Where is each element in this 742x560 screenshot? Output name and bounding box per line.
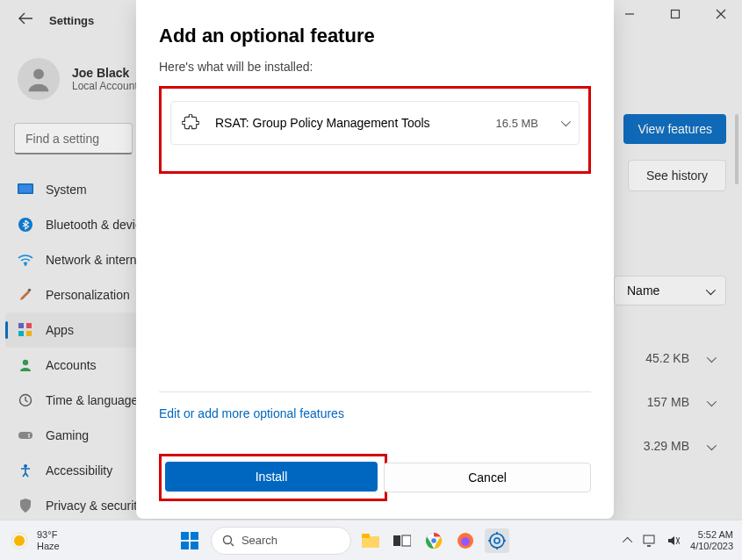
taskbar-search[interactable]: Search	[211, 527, 351, 555]
dialog-title: Add an optional feature	[159, 25, 591, 47]
system-tray[interactable]: 5:52 AM 4/10/2023	[625, 529, 733, 552]
taskbar-date: 4/10/2023	[690, 541, 733, 552]
svg-rect-31	[402, 535, 411, 546]
add-feature-dialog: Add an optional feature Here's what will…	[136, 0, 614, 519]
svg-point-37	[490, 534, 504, 548]
taskbar-search-placeholder: Search	[241, 534, 277, 547]
start-button[interactable]	[176, 527, 204, 555]
weather-condition: Haze	[37, 541, 60, 552]
svg-point-26	[223, 535, 231, 543]
svg-rect-25	[191, 542, 198, 549]
tray-overflow-icon[interactable]	[625, 535, 632, 547]
taskbar-settings-icon[interactable]	[485, 528, 509, 553]
svg-rect-22	[181, 532, 189, 540]
taskbar-taskview-icon[interactable]	[390, 528, 414, 553]
install-button[interactable]: Install	[165, 462, 378, 492]
taskbar-clock[interactable]: 5:52 AM 4/10/2023	[690, 529, 733, 552]
weather-widget[interactable]: 93°F Haze	[9, 529, 60, 552]
svg-point-34	[430, 537, 436, 543]
chevron-down-icon[interactable]	[561, 117, 568, 129]
feature-row[interactable]: RSAT: Group Policy Management Tools 16.5…	[170, 101, 580, 145]
search-icon	[222, 535, 234, 547]
feature-size: 16.5 MB	[496, 117, 538, 130]
taskbar: 93°F Haze Search 5:52 AM 4/10/2023	[0, 520, 742, 560]
taskbar-explorer-icon[interactable]	[358, 528, 383, 553]
network-tray-icon[interactable]	[643, 535, 657, 547]
volume-tray-icon[interactable]	[667, 535, 680, 547]
svg-rect-43	[644, 535, 654, 543]
dialog-subtitle: Here's what will be installed:	[159, 60, 591, 74]
weather-icon	[9, 530, 30, 551]
taskbar-time: 5:52 AM	[690, 529, 733, 541]
taskbar-firefox-icon[interactable]	[453, 528, 478, 553]
svg-point-20	[14, 535, 25, 546]
annotation-highlight: RSAT: Group Policy Management Tools 16.5…	[159, 86, 591, 174]
svg-point-38	[494, 538, 500, 543]
svg-rect-23	[191, 532, 198, 540]
svg-line-27	[231, 543, 234, 546]
extension-icon	[182, 114, 199, 132]
svg-rect-30	[393, 535, 400, 546]
cancel-button[interactable]: Cancel	[384, 463, 591, 492]
svg-rect-24	[181, 542, 189, 549]
taskbar-chrome-icon[interactable]	[421, 528, 446, 553]
feature-name: RSAT: Group Policy Management Tools	[215, 116, 480, 130]
annotation-highlight: Install	[159, 454, 387, 501]
divider	[159, 391, 591, 392]
weather-temp: 93°F	[37, 529, 60, 541]
edit-features-link[interactable]: Edit or add more optional features	[159, 406, 591, 420]
svg-point-36	[461, 537, 470, 546]
svg-rect-29	[362, 534, 370, 538]
